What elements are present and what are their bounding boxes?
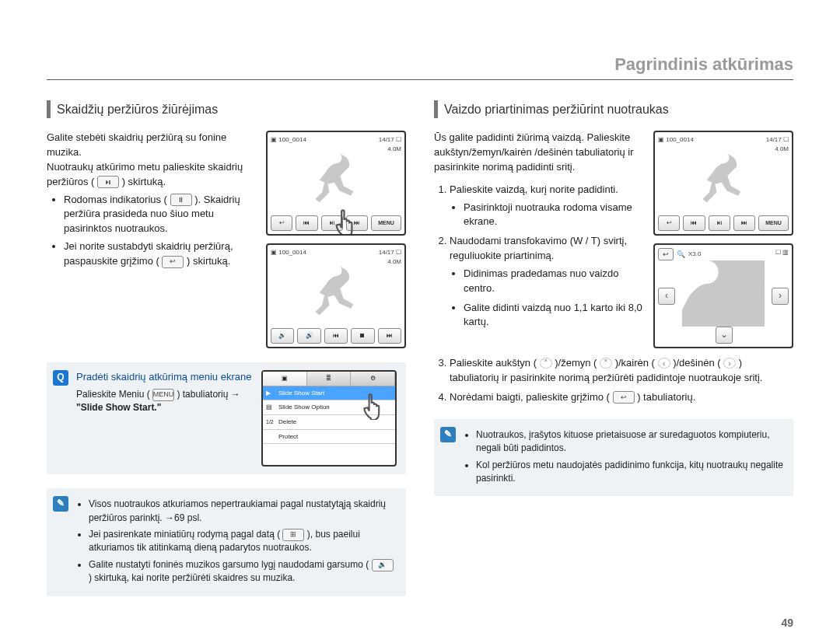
lcd1-prev-button[interactable]: ⏮ [296, 215, 317, 231]
note-box-right: ✎ Nuotraukos, įrašytos kituose prietaisu… [434, 419, 793, 497]
lcd-preview-zoom-2: ↩ 🔍 X3.0 ☐ ▥ ‹ › ⌄ [653, 243, 793, 348]
skater-silhouette [678, 148, 768, 214]
step-2: Naudodami transfokavimo (W / T) svirtį, … [450, 234, 646, 330]
menu-tab-settings[interactable]: ⚙ [351, 372, 395, 386]
page-title: Pagrindinis atkūrimas [47, 54, 793, 80]
menu-tab-photo[interactable]: ▣ [263, 372, 307, 386]
menu-badge-icon: MENU [152, 389, 174, 401]
lcd-preview-zoom-1: ▣ 100_0014 14/17 ☐ 4.0M [653, 131, 793, 236]
tip-box-start-slideshow: Q ▣ ≣ ⚙ ▶Slide Show Start ▤Slide Show Op… [47, 362, 406, 474]
return-icon: ↩ [613, 391, 635, 404]
para-r1: Ūs galite padidinti žiūrimą vaizdą. Pali… [434, 131, 646, 175]
zoom-level-text: X3.0 [688, 250, 701, 259]
lcdr1-back-button[interactable]: ↩ [658, 215, 680, 231]
return-icon[interactable]: ↩ [658, 248, 674, 260]
section-heading-zoom: Vaizdo priartinimas peržiūrint nuotrauka… [434, 100, 793, 118]
lcd2-prev-button[interactable]: ⏮ [324, 328, 348, 344]
lcd1-menu-button[interactable]: MENU [371, 215, 401, 231]
tip-q-icon: Q [53, 370, 68, 386]
volume-icon: 🔉 [372, 559, 394, 571]
menu-row-protect[interactable]: Protect [263, 430, 395, 445]
zoom-down-button[interactable]: ⌄ [716, 327, 733, 344]
chevron-down-icon: ˅ [600, 358, 612, 369]
step-4: Norėdami baigti, palieskite grįžimo ( ↩ … [450, 390, 793, 405]
para-2: Nuotraukų atkūrimo metu palieskite skaid… [47, 160, 258, 190]
menu-tab-list[interactable]: ≣ [307, 372, 352, 386]
pause-indicator-icon: ⏸ [170, 194, 192, 206]
skater-silhouette [291, 260, 381, 327]
lcdr1-prev-button[interactable]: ⏮ [683, 215, 705, 231]
step-1: Palieskite vaizdą, kurį norite padidinti… [450, 183, 646, 230]
section-heading-slideshow: Skaidžių peržiūros žiūrėjimas [47, 100, 406, 118]
lcdr1-menu-button[interactable]: MENU [758, 215, 789, 231]
skater-silhouette-zoom [678, 260, 768, 327]
return-icon: ↩ [162, 256, 184, 268]
lcd2-stop-button[interactable]: ⏹ [351, 328, 374, 344]
manual-page: Pagrindinis atkūrimas Skaidžių peržiūros… [0, 0, 840, 643]
para-1: Galite stebėti skaidrių peržiūrą su foni… [47, 131, 258, 160]
hand-pointer-icon [331, 203, 366, 236]
lcdr1-play-button[interactable]: ⏯ [709, 215, 730, 231]
chevron-right-icon: › [723, 358, 736, 369]
right-column: Vaizdo priartinimas peržiūrint nuotrauka… [434, 100, 793, 596]
note-r1: Nuotraukos, įrašytos kituose prietaisuos… [476, 428, 784, 456]
note-l2: Jei pasirenkate miniatiūrų rodymą pagal … [89, 528, 397, 555]
zoom-right-button[interactable]: › [772, 288, 789, 305]
lcd2-next-button[interactable]: ⏭ [378, 328, 401, 344]
left-column: Skaidžių peržiūros žiūrėjimas Galite ste… [47, 100, 406, 596]
lcd-preview-slideshow-1: ▣ 100_0014 14/17 ☐ 4.0M [266, 131, 406, 236]
lcd1-back-button[interactable]: ↩ [271, 215, 292, 231]
step-3: Palieskite aukštyn ( ˄ )/žemyn ( ˅ )/kai… [450, 356, 793, 386]
note-box-left: ✎ Visos nuotraukos atkuriamos nepertrauk… [47, 488, 406, 596]
menu-screen: ▣ ≣ ⚙ ▶Slide Show Start ▤Slide Show Opti… [261, 370, 397, 467]
chevron-left-icon: ‹ [658, 358, 670, 369]
slideshow-body: Galite stebėti skaidrių peržiūrą su foni… [47, 131, 258, 272]
lcd2-voldown-button[interactable]: 🔉 [271, 328, 294, 344]
bullet-indicator: Rodomas indikatorius ( ⏸ ). Skaidrių per… [64, 193, 258, 237]
lcd-preview-slideshow-2: ▣ 100_0014 14/17 ☐ 4.0M [266, 243, 406, 348]
chevron-up-icon: ˄ [540, 358, 552, 369]
note-l1: Visos nuotraukos atkuriamos nepertraukia… [89, 498, 397, 525]
note-pencil-icon: ✎ [440, 427, 456, 442]
date-view-icon: ⊞ [282, 529, 304, 541]
hand-pointer-icon [359, 387, 392, 420]
bullet-stop: Jei norite sustabdyti skaidrių peržiūrą,… [64, 239, 258, 269]
slideshow-icon: ⏯ [97, 176, 119, 188]
note-pencil-icon: ✎ [53, 496, 68, 512]
lcd2-volup-button[interactable]: 🔊 [297, 328, 320, 344]
note-r2: Kol peržiūros metu naudojatės padidinimo… [476, 459, 784, 486]
zoom-left-button[interactable]: ‹ [658, 288, 675, 305]
note-l3: Galite nustatyti foninės muzikos garsumo… [89, 558, 397, 585]
lcdr1-next-button[interactable]: ⏭ [733, 215, 755, 231]
page-number: 49 [781, 617, 793, 629]
